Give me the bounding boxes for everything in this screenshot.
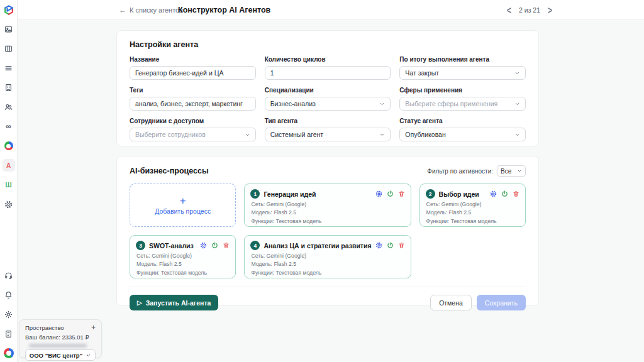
divider — [130, 287, 526, 287]
process-number-badge: 3 — [136, 241, 145, 250]
field-specialization: Специализации Бизнес-анализ — [265, 87, 391, 111]
building-icon[interactable] — [3, 81, 15, 94]
specialization-select[interactable]: Бизнес-анализ — [265, 97, 391, 111]
process-card-3[interactable]: 3 SWOT-анализ Сеть: Gemini (Google) Моде… — [130, 235, 236, 278]
activity-filter-label: Фильтр по активности: — [427, 168, 493, 175]
back-link-label: К списку агентов — [130, 6, 183, 14]
field-employees: Сотрудники с доступом Выберите сотрудник… — [130, 118, 256, 141]
board-icon[interactable] — [3, 42, 15, 55]
process-number-badge: 2 — [426, 189, 435, 199]
trash-icon[interactable] — [398, 242, 405, 249]
settings-gear-icon[interactable] — [3, 198, 15, 211]
field-agent-status: Статус агента Опубликован — [399, 118, 526, 141]
pagination: < 2 из 21 > — [507, 0, 552, 20]
bell-icon[interactable] — [3, 288, 15, 301]
power-icon[interactable] — [501, 190, 508, 197]
pagination-label: 2 из 21 — [519, 6, 540, 14]
process-card-1[interactable]: 1 Генерация идей Сеть: Gemini (Google) М… — [244, 184, 411, 227]
power-icon[interactable] — [387, 190, 394, 197]
play-icon: ▷ — [137, 299, 142, 306]
list-icon[interactable] — [3, 62, 15, 74]
workspace-title: Пространство — [25, 324, 64, 331]
plus-icon: + — [180, 195, 186, 206]
power-icon[interactable] — [211, 242, 218, 249]
power-icon[interactable] — [387, 242, 394, 249]
process-number-badge: 4 — [250, 241, 260, 250]
image-icon[interactable] — [3, 23, 15, 35]
sidebar: ∞ A Ш — [0, 0, 18, 362]
agent-result-select[interactable]: Чат закрыт — [399, 66, 526, 80]
save-button[interactable]: Сохранить — [477, 295, 526, 310]
workspace-panel: Пространство + Ваш баланс: 2335.01 ₽ ООО… — [19, 319, 102, 358]
agent-settings-card: Настройки агента Название Генератор бизн… — [116, 30, 539, 146]
add-process-button[interactable]: + Добавить процесс — [130, 184, 236, 227]
tags-input[interactable]: анализ, бизнес, эксперт, маркетинг — [130, 97, 256, 111]
spheres-select[interactable]: Выберите сферы применения — [399, 97, 526, 111]
agents-icon[interactable]: A — [3, 159, 15, 172]
chevron-down-icon — [514, 101, 520, 107]
document-icon[interactable] — [3, 327, 15, 340]
chevron-down-icon — [379, 101, 385, 107]
settings-title: Настройки агента — [130, 40, 526, 49]
chevron-down-icon — [86, 353, 91, 358]
cycles-input[interactable]: 1 — [265, 66, 391, 80]
field-agent-type: Тип агента Системный агент — [265, 118, 391, 141]
trash-icon[interactable] — [513, 190, 519, 197]
balance-label: Ваш баланс: 2335.01 ₽ — [25, 334, 96, 341]
process-grid: + Добавить процесс 1 Генерация идей Сеть… — [130, 184, 526, 278]
field-tags: Теги анализ, бизнес, эксперт, маркетинг — [130, 87, 256, 111]
cancel-button[interactable]: Отмена — [430, 295, 472, 310]
field-name: Название Генератор бизнес-идей и ЦА — [130, 56, 256, 80]
field-agent-result: По итогу выполнения агента Чат закрыт — [399, 56, 526, 80]
gear-icon[interactable] — [490, 190, 497, 197]
process-number-badge: 1 — [250, 189, 260, 199]
employees-select[interactable]: Выберите сотрудников — [130, 128, 256, 141]
agent-type-select[interactable]: Системный агент — [265, 128, 391, 141]
main-content: Настройки агента Название Генератор бизн… — [18, 20, 644, 362]
chevron-down-icon — [517, 168, 522, 173]
back-arrow-icon: ← — [119, 6, 126, 14]
add-workspace-icon[interactable]: + — [91, 324, 96, 331]
top-header: ← К списку агентов Конструктор AI Агенто… — [18, 0, 644, 20]
chevron-down-icon — [514, 132, 520, 138]
chevron-down-icon — [514, 70, 520, 76]
headset-icon[interactable] — [3, 269, 15, 282]
prev-page-icon[interactable]: < — [507, 4, 511, 16]
trash-icon[interactable] — [223, 242, 230, 249]
gear-icon[interactable] — [375, 190, 382, 197]
processes-card: AI-бизнес-процессы Фильтр по активности:… — [116, 156, 539, 306]
name-input[interactable]: Генератор бизнес-идей и ЦА — [130, 66, 256, 80]
infinity-icon[interactable]: ∞ — [3, 120, 15, 133]
users-icon[interactable] — [3, 101, 15, 113]
organization-select[interactable]: ООО "ВИС центр" — [25, 349, 96, 361]
back-to-agents-link[interactable]: ← К списку агентов — [119, 0, 183, 20]
chevron-down-icon — [245, 132, 250, 138]
field-cycles: Количество циклов 1 — [265, 56, 391, 80]
masked-email — [29, 344, 87, 348]
gear-icon[interactable] — [375, 242, 382, 249]
gear-icon[interactable] — [200, 242, 207, 249]
app-logo[interactable] — [3, 4, 15, 16]
agent-status-select[interactable]: Опубликован — [399, 128, 526, 141]
pie-chart-icon[interactable] — [3, 140, 15, 152]
processes-title: AI-бизнес-процессы — [130, 167, 209, 175]
theme-sun-icon[interactable] — [3, 308, 15, 321]
sh-icon[interactable]: Ш — [3, 178, 15, 191]
activity-filter-select[interactable]: Все — [497, 165, 526, 177]
run-agent-button[interactable]: ▷ Запустить AI-агента — [130, 295, 218, 310]
page-title: Конструктор AI Агентов — [178, 0, 270, 20]
company-logo[interactable] — [3, 347, 15, 359]
trash-icon[interactable] — [398, 190, 405, 197]
chevron-down-icon — [379, 132, 385, 138]
next-page-icon[interactable]: > — [548, 4, 552, 16]
settings-form: Название Генератор бизнес-идей и ЦА Коли… — [130, 56, 526, 141]
process-card-2[interactable]: 2 Выбор идеи Сеть: Gemini (Google) Модел… — [419, 184, 526, 227]
field-spheres: Сферы применения Выберите сферы применен… — [399, 87, 526, 111]
process-card-4[interactable]: 4 Анализ ЦА и стратегии развития Сеть: G… — [244, 235, 411, 278]
